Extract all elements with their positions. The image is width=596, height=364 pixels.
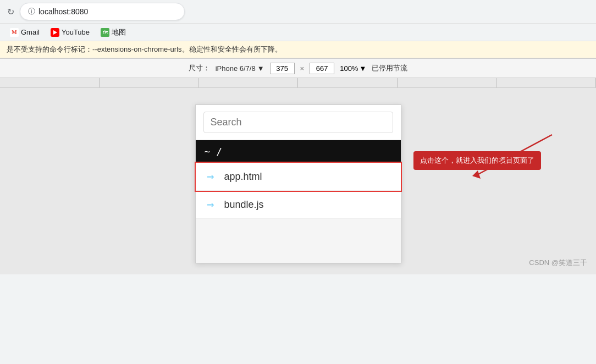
device-name: iPhone 6/7/8: [216, 64, 256, 73]
empty-area: [196, 219, 401, 263]
file-name-app: app.html: [224, 171, 262, 183]
warning-text: 是不受支持的命令行标记：--extensions-on-chrome-urls。…: [7, 45, 282, 53]
address-bar[interactable]: ⓘ localhost:8080: [20, 3, 185, 20]
search-input[interactable]: [203, 112, 393, 133]
csdn-watermark: CSDN @笑道三千: [529, 258, 587, 268]
warning-bar: 是不受支持的命令行标记：--extensions-on-chrome-urls。…: [0, 41, 596, 58]
device-select[interactable]: iPhone 6/7/8 ▼: [216, 64, 264, 73]
bookmark-maps-label: 地图: [112, 27, 126, 37]
svg-line-0: [475, 135, 552, 176]
zoom-select[interactable]: 100% ▼: [340, 64, 366, 73]
file-list: ⇒ app.html ⇒ bundle.js: [196, 163, 401, 263]
terminal-row: ~ /: [196, 140, 401, 163]
youtube-icon: [51, 28, 59, 37]
youtube-play-icon: [53, 30, 57, 35]
file-item-app-html[interactable]: ⇒ app.html: [196, 163, 401, 191]
bookmark-youtube[interactable]: YouTube: [46, 26, 94, 38]
width-input[interactable]: 375: [270, 63, 295, 74]
callout-arrow-svg: [459, 129, 569, 184]
gmail-icon: M: [10, 28, 19, 37]
bookmark-gmail[interactable]: M Gmail: [5, 26, 44, 38]
terminal-text: ~ /: [205, 146, 223, 157]
throttle-status: 已停用节流: [372, 63, 407, 73]
search-box: [196, 105, 401, 140]
devtools-size-label: 尺寸：: [189, 63, 210, 73]
file-icon-app: ⇒: [205, 170, 217, 183]
bookmark-gmail-label: Gmail: [21, 28, 40, 36]
bookmark-youtube-label: YouTube: [62, 28, 90, 36]
mobile-frame: ~ / ⇒ app.html ⇒ bundle.js: [195, 104, 401, 263]
ruler: [0, 78, 596, 88]
svg-marker-1: [472, 170, 481, 179]
height-input[interactable]: 667: [310, 63, 334, 74]
file-name-bundle: bundle.js: [224, 199, 264, 211]
file-icon-bundle: ⇒: [205, 198, 217, 211]
dimension-separator: ×: [300, 64, 305, 73]
watermark-text: CSDN @笑道三千: [529, 258, 587, 267]
maps-icon: 🗺: [101, 28, 109, 37]
zoom-dropdown-icon: ▼: [359, 64, 366, 73]
address-text: localhost:8080: [38, 7, 88, 16]
zoom-value: 100%: [340, 64, 358, 73]
device-dropdown-icon: ▼: [257, 64, 264, 73]
info-icon: ⓘ: [28, 7, 35, 16]
reload-button[interactable]: ↻: [5, 7, 15, 16]
address-bar-row: ↻ ⓘ localhost:8080: [0, 0, 596, 23]
devtools-bar: 尺寸： iPhone 6/7/8 ▼ 375 × 667 100% ▼ 已停用节…: [0, 58, 596, 78]
bookmark-maps[interactable]: 🗺 地图: [96, 26, 130, 39]
file-item-bundle-js[interactable]: ⇒ bundle.js: [196, 191, 401, 219]
main-content: ~ / ⇒ app.html ⇒ bundle.js: [0, 88, 596, 274]
bookmarks-bar: M Gmail YouTube 🗺 地图: [0, 23, 596, 41]
